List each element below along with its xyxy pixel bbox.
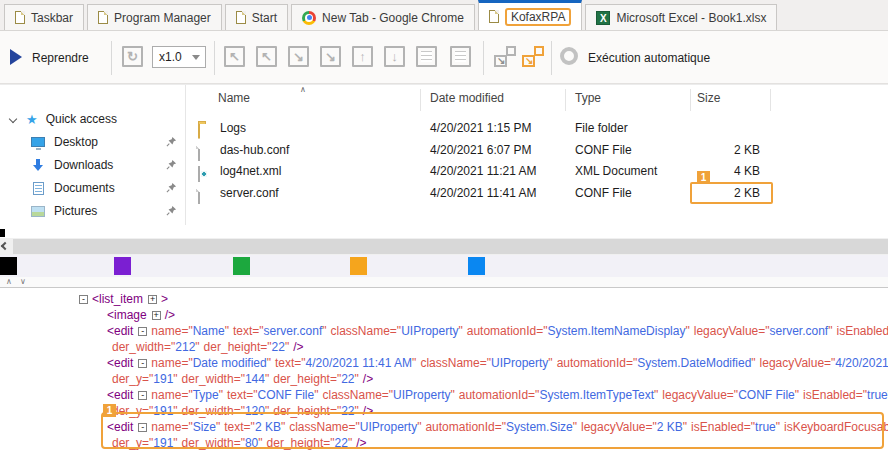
- kofax-rpa-window: TaskbarProgram ManagerStartNew Tab - Goo…: [0, 0, 888, 455]
- tab-start[interactable]: Start: [225, 4, 288, 30]
- collapse-icon[interactable]: -: [138, 423, 147, 432]
- step-arrow-5-icon[interactable]: ↑: [352, 46, 373, 67]
- tab-microsoft-excel-book1-xlsx[interactable]: XMicrosoft Excel - Book1.xlsx: [585, 4, 777, 30]
- resume-play-icon[interactable]: [10, 49, 22, 65]
- pane-splitter[interactable]: ∧ ∨: [0, 277, 888, 288]
- tab-kofaxrpa[interactable]: KofaxRPA: [478, 0, 582, 30]
- xml-text: legacyValue=": [662, 388, 738, 402]
- chevron-down-icon[interactable]: [9, 115, 17, 123]
- sort-ascending-icon[interactable]: ∧: [300, 85, 306, 94]
- window-arrow-icon[interactable]: ↘: [494, 46, 516, 67]
- zoom-level-dropdown[interactable]: x1.0: [152, 46, 206, 68]
- xml-attribute-der-height: der_height="22": [273, 404, 359, 418]
- file-name[interactable]: Logs: [220, 118, 246, 138]
- collapse-icon[interactable]: -: [138, 327, 147, 336]
- step-arrow-3-icon[interactable]: ↘: [288, 46, 309, 67]
- swatch-strip: [0, 255, 888, 277]
- sidebar-item-label: Downloads: [54, 158, 113, 172]
- record-circle-icon[interactable]: [560, 47, 578, 65]
- pictures-icon: [31, 206, 45, 217]
- file-name[interactable]: server.conf: [220, 183, 279, 203]
- resume-button-label[interactable]: Reprendre: [32, 51, 89, 65]
- step-arrow-4-icon[interactable]: ↘: [320, 46, 341, 67]
- xml-text: automationId=": [459, 388, 540, 402]
- xml-text: ": [776, 420, 780, 434]
- reload-page-icon[interactable]: ↻: [122, 46, 143, 67]
- column-header-type[interactable]: Type: [575, 91, 601, 105]
- column-header-name[interactable]: Name: [218, 91, 250, 105]
- xml-tag: />: [363, 372, 373, 386]
- tab-taskbar[interactable]: Taskbar: [4, 4, 84, 30]
- step-arrow-6-icon[interactable]: ↓: [384, 46, 405, 67]
- xml-text: 22: [272, 340, 285, 354]
- xml-attribute-legacyvalue: legacyValue="CONF File": [662, 388, 799, 402]
- xml-text: legacyValue=": [581, 420, 657, 434]
- auto-execution-label[interactable]: Exécution automatique: [588, 51, 710, 65]
- horizontal-scrollbar[interactable]: [0, 238, 888, 255]
- page-icon: [236, 11, 246, 24]
- documents-copy-icon[interactable]: [450, 46, 471, 67]
- sidebar-item-documents[interactable]: Documents: [0, 178, 183, 198]
- file-type: File folder: [575, 118, 628, 138]
- pin-icon[interactable]: [166, 159, 177, 173]
- xml-text: der_y=": [112, 436, 153, 450]
- file-name[interactable]: log4net.xml: [220, 161, 281, 181]
- xml-text: CONF File: [258, 388, 315, 402]
- file-name[interactable]: das-hub.conf: [220, 140, 289, 160]
- column-header-size[interactable]: Size: [697, 91, 720, 105]
- xml-text: 2 KB: [255, 420, 281, 434]
- expand-down-icon[interactable]: ∨: [20, 277, 26, 286]
- sidebar-item-quick-access[interactable]: ★ Quick access: [0, 109, 183, 129]
- sidebar-item-downloads[interactable]: Downloads: [0, 155, 183, 175]
- xml-text: automationId=": [557, 356, 638, 370]
- tree-node-swatch-2[interactable]: [114, 257, 131, 275]
- collapse-icon[interactable]: -: [138, 391, 147, 400]
- scroll-left-icon[interactable]: [1, 242, 9, 250]
- scrollbar-track[interactable]: [13, 239, 888, 254]
- tab-new-tab-google-chrome[interactable]: New Tab - Google Chrome: [291, 4, 475, 30]
- xml-attribute-der-width: der_width="144": [182, 372, 270, 386]
- xml-text: isEnabled=": [691, 420, 755, 434]
- tree-view: 1 -<list_item+><image+/><edit-name="Name…: [0, 288, 888, 455]
- tree-node-swatch-1[interactable]: [0, 257, 17, 275]
- sidebar-item-pictures[interactable]: Pictures: [0, 201, 183, 221]
- xml-text: ": [225, 324, 229, 338]
- pin-icon[interactable]: [166, 136, 177, 150]
- tab-program-manager[interactable]: Program Manager: [87, 4, 222, 30]
- xml-text: 191: [153, 404, 173, 418]
- xml-text: 212: [175, 340, 195, 354]
- column-header-date-modified[interactable]: Date modified: [430, 91, 504, 105]
- file-type: CONF File: [575, 140, 632, 160]
- xml-text: 2 KB: [657, 420, 683, 434]
- xml-text: text=": [275, 356, 306, 370]
- xml-text: ": [348, 436, 352, 450]
- collapse-icon[interactable]: -: [138, 359, 147, 368]
- xml-attribute-automationid: automationId="System.ItemNameDisplay": [467, 324, 690, 338]
- tree-line: -<list_item+>: [0, 291, 888, 307]
- tree-node-swatch-3[interactable]: [233, 257, 250, 275]
- expand-icon[interactable]: +: [148, 295, 157, 304]
- collapse-icon[interactable]: -: [79, 295, 88, 304]
- step-arrow-2-icon[interactable]: ↖: [256, 46, 277, 67]
- window-arrow-active-icon[interactable]: ↘: [522, 46, 544, 67]
- pin-icon[interactable]: [166, 182, 177, 196]
- tree-node-swatch-4[interactable]: [350, 257, 367, 275]
- expand-icon[interactable]: +: [152, 311, 161, 320]
- tree-node-swatch-5[interactable]: [468, 257, 485, 275]
- pin-icon[interactable]: [166, 205, 177, 219]
- xml-tag: />: [293, 340, 303, 354]
- document-icon[interactable]: [416, 46, 437, 67]
- sidebar-item-desktop[interactable]: Desktop: [0, 132, 183, 152]
- page-icon: [98, 11, 108, 24]
- file-explorer: ★ Quick access DesktopDownloadsDocuments…: [0, 84, 888, 238]
- chrome-icon: [302, 11, 316, 25]
- xml-attribute-automationid: automationId="System.ItemTypeText": [459, 388, 659, 402]
- tab-bar: TaskbarProgram ManagerStartNew Tab - Goo…: [0, 0, 888, 31]
- xml-text: ": [417, 420, 421, 434]
- folder-icon: [198, 123, 200, 139]
- collapse-up-icon[interactable]: ∧: [6, 277, 12, 286]
- step-arrow-1-icon[interactable]: ↖: [224, 46, 245, 67]
- xml-attribute-classname: className="UIProperty": [322, 388, 454, 402]
- toolbar-separator: [214, 41, 215, 75]
- xml-text: System.ItemTypeText: [539, 388, 654, 402]
